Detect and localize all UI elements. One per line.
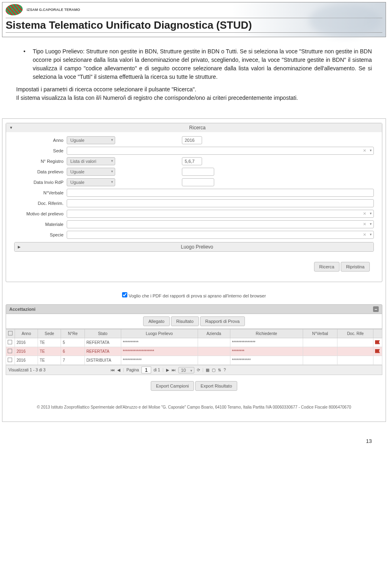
search-panel-header[interactable]: ▼ Ricerca xyxy=(6,123,382,132)
label-anno: Anno xyxy=(14,138,67,143)
chevron-down-icon[interactable]: ▾ xyxy=(370,211,372,215)
row-datap: Data prelievo Uguale xyxy=(14,168,374,176)
cell-azienda xyxy=(198,347,230,356)
grid: Accettazioni – Allegato Risultato Rappor… xyxy=(6,304,382,375)
col-checkbox[interactable] xyxy=(6,329,15,338)
clear-icon[interactable]: ✕ xyxy=(363,222,366,226)
chevron-down-icon[interactable]: ▾ xyxy=(370,222,372,226)
col-rich[interactable]: Richiedente xyxy=(230,329,303,338)
input-motivo[interactable]: ✕ ▾ xyxy=(67,210,374,218)
input-datai[interactable] xyxy=(182,178,214,186)
grid-header-row: Anno Sede N°Re Stato Luogo Prelievo Azie… xyxy=(6,329,382,338)
pager-last-icon[interactable]: ⏭ xyxy=(172,368,176,372)
col-stato[interactable]: Stato xyxy=(84,329,121,338)
col-nreg[interactable]: N°Re xyxy=(61,329,84,338)
row-checkbox[interactable] xyxy=(8,340,12,344)
footer-copyright: © 2013 Istituto Zooprofilattico Sperimen… xyxy=(6,397,382,417)
ricerca-button[interactable]: Ricerca xyxy=(314,262,340,272)
collapse-icon[interactable]: – xyxy=(373,306,379,312)
pager-prev-icon[interactable]: ◀ xyxy=(117,368,120,372)
export-campioni-button[interactable]: Export Campioni xyxy=(151,381,194,391)
row-anno: Anno Uguale 2016 xyxy=(14,136,374,144)
input-sede[interactable]: ✕ ▾ xyxy=(67,147,374,155)
export-row: Export Campioni Export Risultato xyxy=(6,375,382,397)
chevron-down-icon[interactable]: ▾ xyxy=(370,148,372,152)
pager-help-icon[interactable]: ? xyxy=(224,368,226,372)
col-luogo[interactable]: Luogo Prelievo xyxy=(121,329,198,338)
cell-stato: REFERTATA xyxy=(84,347,121,356)
pager-tool-icon[interactable]: ▢ xyxy=(212,368,215,372)
chevron-down-icon[interactable]: ▾ xyxy=(370,232,372,236)
label-datap: Data prelievo xyxy=(14,169,67,174)
row-materiale: Materiale ✕ ▾ xyxy=(14,220,374,228)
pager-current-input[interactable] xyxy=(141,367,151,373)
op-anno[interactable]: Uguale xyxy=(67,136,115,144)
cell-stato: REFERTATA xyxy=(84,338,121,347)
grid-title: Accettazioni xyxy=(9,307,36,312)
op-nreg[interactable]: Lista di valori xyxy=(67,157,115,165)
col-azienda[interactable]: Azienda xyxy=(198,329,230,338)
cell-nverb xyxy=(303,356,337,365)
input-anno[interactable]: 2016 xyxy=(182,136,202,144)
pager-tool-icon[interactable]: ▦ xyxy=(206,368,209,372)
allegato-button[interactable]: Allegato xyxy=(143,316,170,326)
clear-icon[interactable]: ✕ xyxy=(363,211,366,216)
cell-stato: DISTRIBUITA xyxy=(84,356,121,365)
cell-doc xyxy=(337,347,373,356)
pdf-pref-label: Voglio che i PDF dei rapporti di prova s… xyxy=(129,293,266,298)
pager-refresh-icon[interactable]: ⟳ xyxy=(197,368,200,372)
row-nverb: N°Verbale xyxy=(14,189,374,197)
row-checkbox[interactable] xyxy=(8,349,12,353)
risultato-button[interactable]: Risultato xyxy=(171,316,199,326)
cell-anno: 2016 xyxy=(15,347,38,356)
export-risultato-button[interactable]: Export Risultato xyxy=(195,381,237,391)
body-text: • Tipo Luogo Prelievo: Strutture non ges… xyxy=(0,39,388,110)
grid-toolbar: Allegato Risultato Rapporti di Prova xyxy=(6,314,382,329)
pager-tool-icon[interactable]: ⇅ xyxy=(218,368,221,372)
pager-first-icon[interactable]: ⏮ xyxy=(111,368,115,372)
col-anno[interactable]: Anno xyxy=(15,329,38,338)
ripristina-button[interactable]: Ripristina xyxy=(341,262,370,272)
clear-icon[interactable]: ✕ xyxy=(363,148,366,153)
izsam-logo xyxy=(5,4,24,15)
input-nverb[interactable] xyxy=(67,189,374,197)
input-datap[interactable] xyxy=(182,168,214,176)
pager-di: di 1 xyxy=(154,368,160,372)
op-datap[interactable]: Uguale xyxy=(67,168,115,176)
input-specie[interactable]: ✕ ▾ xyxy=(67,231,374,239)
cell-nreg: 7 xyxy=(61,356,84,365)
col-flag xyxy=(373,329,382,338)
label-nreg: N° Registro xyxy=(14,159,67,164)
cell-rich: *************** xyxy=(230,338,303,347)
pager-pagesize[interactable]: 10 xyxy=(178,367,194,373)
pager-vis: Visualizzati 1 - 3 di 3 xyxy=(8,368,46,372)
label-doc: Doc. Riferim. xyxy=(14,201,67,206)
row-motivo: Motivo del prelievo ✕ ▾ xyxy=(14,210,374,218)
cell-luogo: ******************** xyxy=(121,347,198,356)
luogo-panel-header[interactable]: ▶ Luogo Prelievo xyxy=(15,242,373,251)
row-checkbox[interactable] xyxy=(8,358,12,362)
cell-luogo: ********** xyxy=(121,338,198,347)
pdf-checkbox[interactable] xyxy=(122,292,127,297)
flag-icon xyxy=(375,349,380,353)
pager-pagina: Pagina xyxy=(127,368,139,372)
cell-sede: TE xyxy=(38,356,61,365)
rapporti-button[interactable]: Rapporti di Prova xyxy=(200,316,245,326)
clear-icon[interactable]: ✕ xyxy=(363,232,366,237)
col-sede[interactable]: Sede xyxy=(38,329,61,338)
col-nverb[interactable]: N°Verbal xyxy=(303,329,337,338)
table-row[interactable]: 2016TE5REFERTATA************************… xyxy=(6,338,382,347)
col-doc[interactable]: Doc. Rife xyxy=(337,329,373,338)
table-row[interactable]: 2016TE6REFERTATA************************… xyxy=(6,347,382,356)
input-nreg[interactable]: 5,6,7 xyxy=(182,157,202,165)
op-datai[interactable]: Uguale xyxy=(67,178,115,186)
chevron-right-icon: ▶ xyxy=(18,245,21,249)
search-panel-title: Ricerca xyxy=(16,125,379,131)
cell-nreg: 5 xyxy=(61,338,84,347)
label-sede: Sede xyxy=(14,148,67,153)
grid-table: Anno Sede N°Re Stato Luogo Prelievo Azie… xyxy=(6,329,382,365)
pager-next-icon[interactable]: ▶ xyxy=(166,368,169,372)
table-row[interactable]: 2016TE7DISTRIBUITA**********************… xyxy=(6,356,382,365)
input-materiale[interactable]: ✕ ▾ xyxy=(67,220,374,228)
input-doc[interactable] xyxy=(67,199,374,207)
